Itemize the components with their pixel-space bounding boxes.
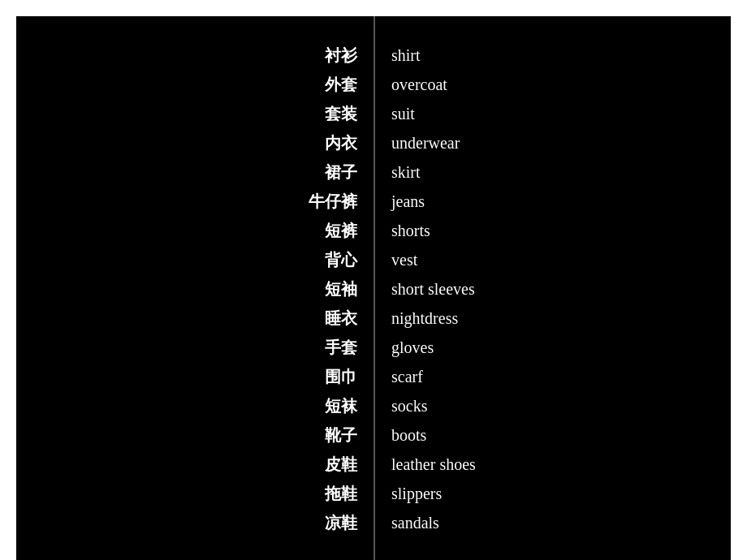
english-word-10: gloves [391,333,434,362]
chinese-word-11: 围巾 [325,362,357,391]
chinese-word-16: 凉鞋 [325,508,357,537]
english-word-14: leather shoes [391,450,476,479]
english-word-8: short sleeves [391,274,475,304]
chinese-word-0: 衬衫 [325,41,357,70]
chinese-word-7: 背心 [325,245,357,274]
chinese-word-13: 靴子 [325,420,357,450]
chinese-word-9: 睡衣 [325,304,357,333]
chinese-word-15: 拖鞋 [325,479,357,508]
chinese-panel: 衬衫外套套装内衣裙子牛仔裤短裤背心短袖睡衣手套围巾短袜靴子皮鞋拖鞋凉鞋 [16,16,374,560]
chinese-word-3: 内衣 [325,128,357,157]
english-word-3: underwear [391,128,460,157]
english-word-7: vest [391,245,417,274]
chinese-word-5: 牛仔裤 [309,187,357,216]
english-word-13: boots [391,420,426,450]
english-word-6: shorts [391,216,430,245]
english-word-5: jeans [391,187,425,216]
english-word-11: scarf [391,362,423,391]
english-word-2: suit [391,99,415,128]
chinese-word-6: 短裤 [325,216,357,245]
main-container: 衬衫外套套装内衣裙子牛仔裤短裤背心短袖睡衣手套围巾短袜靴子皮鞋拖鞋凉鞋 shir… [16,16,731,560]
english-word-15: slippers [391,479,442,508]
chinese-word-10: 手套 [325,333,357,362]
english-word-9: nightdress [391,304,458,333]
chinese-word-12: 短袜 [325,391,357,420]
english-word-16: sandals [391,508,439,537]
english-word-0: shirt [391,41,421,70]
chinese-word-2: 套装 [325,99,357,128]
english-panel: shirtovercoatsuitunderwearskirtjeansshor… [374,16,731,560]
chinese-word-14: 皮鞋 [325,450,357,479]
chinese-word-8: 短袖 [325,274,357,304]
english-word-1: overcoat [391,70,447,99]
chinese-word-1: 外套 [325,70,357,99]
chinese-word-4: 裙子 [325,157,357,187]
english-word-12: socks [391,391,427,420]
english-word-4: skirt [391,157,421,187]
